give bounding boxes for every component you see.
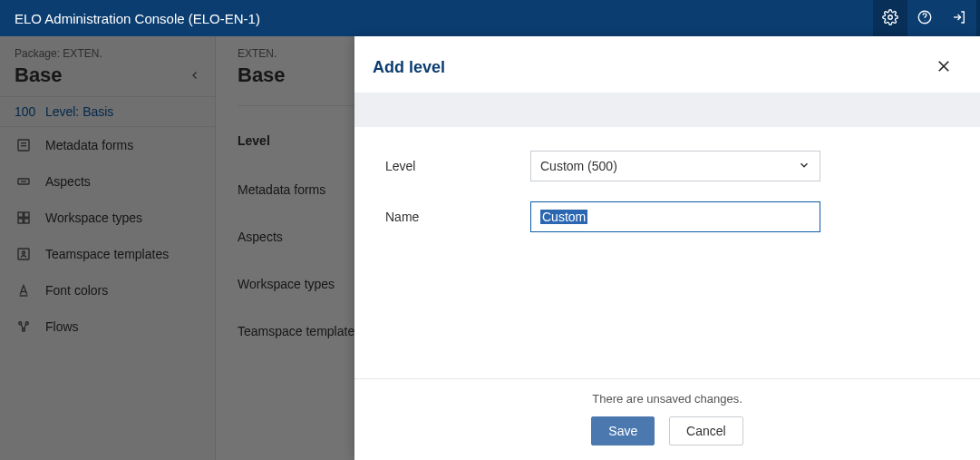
app-title: ELO Administration Console (ELO-EN-1) — [0, 11, 260, 26]
topbar-divider — [976, 0, 980, 36]
gear-icon — [882, 9, 898, 28]
close-button[interactable] — [933, 56, 955, 78]
panel-title: Add level — [373, 58, 445, 77]
level-label: Level — [385, 159, 530, 173]
settings-button[interactable] — [873, 0, 907, 36]
add-level-panel: Add level Level Custom (500) Name Custom — [354, 36, 980, 460]
help-icon — [917, 9, 933, 28]
panel-strip — [354, 93, 980, 127]
level-select[interactable]: Custom (500) — [530, 151, 820, 181]
topbar-actions — [873, 0, 980, 36]
svg-point-2 — [925, 19, 926, 20]
chevron-down-icon — [798, 159, 810, 174]
logout-button[interactable] — [942, 0, 976, 36]
topbar: ELO Administration Console (ELO-EN-1) — [0, 0, 980, 36]
logout-icon — [951, 9, 967, 28]
name-label: Name — [385, 210, 530, 224]
help-button[interactable] — [907, 0, 942, 36]
save-button[interactable]: Save — [591, 416, 655, 445]
name-input-value: Custom — [540, 210, 587, 224]
name-input[interactable]: Custom — [530, 201, 820, 232]
svg-point-0 — [888, 15, 893, 19]
unsaved-changes-text: There are unsaved changes. — [354, 392, 980, 406]
level-select-value: Custom (500) — [540, 159, 617, 173]
cancel-button[interactable]: Cancel — [669, 416, 743, 445]
close-icon — [936, 58, 952, 77]
